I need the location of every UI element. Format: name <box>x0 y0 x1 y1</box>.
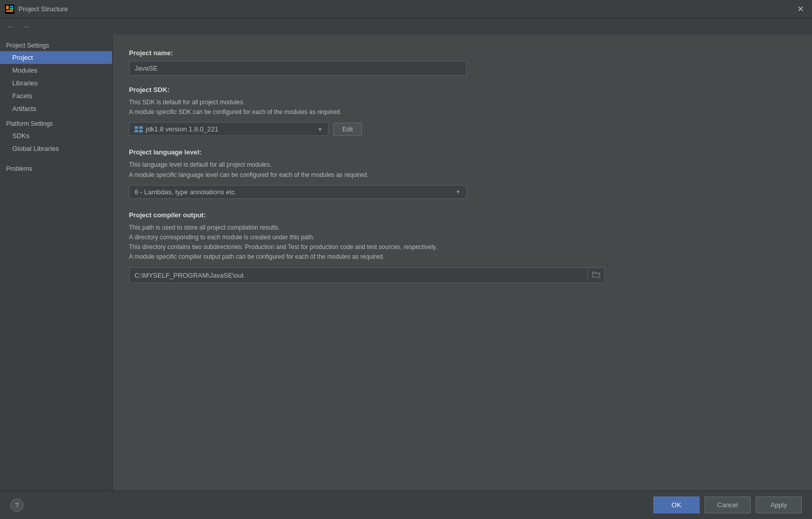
sdk-dropdown[interactable]: jdk1.8 version 1.8.0_221 ▼ <box>129 122 328 136</box>
project-name-input[interactable] <box>129 61 467 76</box>
forward-button[interactable]: → <box>20 21 32 32</box>
svg-rect-4 <box>10 8 13 10</box>
nav-bar: ← → <box>0 18 812 35</box>
compiler-output-path-input[interactable] <box>129 268 587 283</box>
title-bar-left: Project Structure <box>5 5 68 14</box>
close-button[interactable]: ✕ <box>794 3 807 15</box>
sidebar-item-facets[interactable]: Facets <box>0 89 112 102</box>
cancel-button[interactable]: Cancel <box>705 497 751 513</box>
project-sdk-label: Project SDK: <box>129 86 796 94</box>
compiler-output-path-row <box>129 267 605 283</box>
sidebar-item-modules[interactable]: Modules <box>0 64 112 77</box>
project-settings-label: Project Settings <box>0 39 112 51</box>
title-bar: Project Structure ✕ <box>0 0 812 18</box>
sidebar-item-sdks[interactable]: SDKs <box>0 129 112 142</box>
back-button[interactable]: ← <box>5 21 16 32</box>
title-bar-title: Project Structure <box>18 5 68 13</box>
sidebar-item-libraries[interactable]: Libraries <box>0 77 112 89</box>
compiler-output-desc: This path is used to store all project c… <box>129 223 796 262</box>
svg-rect-5 <box>135 126 138 129</box>
folder-browse-button[interactable] <box>587 268 604 282</box>
sidebar-item-project[interactable]: Project <box>0 51 112 64</box>
language-level-dropdown[interactable]: 8 - Lambdas, type annotations etc. ▼ <box>129 185 467 199</box>
sdk-edit-button[interactable]: Edit <box>334 123 362 136</box>
svg-rect-7 <box>139 126 143 129</box>
bottom-bar: ? OK Cancel Apply <box>0 490 812 519</box>
app-icon <box>5 5 14 14</box>
platform-settings-label: Platform Settings <box>0 115 112 129</box>
sidebar: Project Settings Project Modules Librari… <box>0 35 113 490</box>
sidebar-item-artifacts[interactable]: Artifacts <box>0 102 112 115</box>
project-language-level-label: Project language level: <box>129 148 796 156</box>
sidebar-item-global-libraries[interactable]: Global Libraries <box>0 142 112 155</box>
content-area: Project name: Project SDK: This SDK is d… <box>113 35 812 490</box>
svg-rect-1 <box>6 6 9 9</box>
svg-rect-8 <box>139 130 143 132</box>
project-lang-desc: This language level is default for all p… <box>129 160 796 179</box>
problems-label: Problems <box>0 162 112 174</box>
sdk-icon: jdk1.8 version 1.8.0_221 <box>135 125 218 133</box>
sdk-row: jdk1.8 version 1.8.0_221 ▼ Edit <box>129 122 796 136</box>
apply-button[interactable]: Apply <box>756 497 802 513</box>
svg-rect-6 <box>135 130 138 132</box>
main-content: Project Settings Project Modules Librari… <box>0 35 812 490</box>
language-level-row: 8 - Lambdas, type annotations etc. ▼ <box>129 185 796 199</box>
action-buttons: OK Cancel Apply <box>653 497 802 513</box>
ok-button[interactable]: OK <box>653 497 699 513</box>
svg-rect-2 <box>6 10 13 12</box>
help-button[interactable]: ? <box>10 499 24 512</box>
lang-dropdown-arrow: ▼ <box>455 189 461 195</box>
project-compiler-output-label: Project compiler output: <box>129 211 796 219</box>
project-sdk-desc1: This SDK is default for all project modu… <box>129 98 796 117</box>
sdk-dropdown-arrow: ▼ <box>317 126 323 132</box>
svg-rect-3 <box>10 6 13 8</box>
project-name-label: Project name: <box>129 49 796 57</box>
